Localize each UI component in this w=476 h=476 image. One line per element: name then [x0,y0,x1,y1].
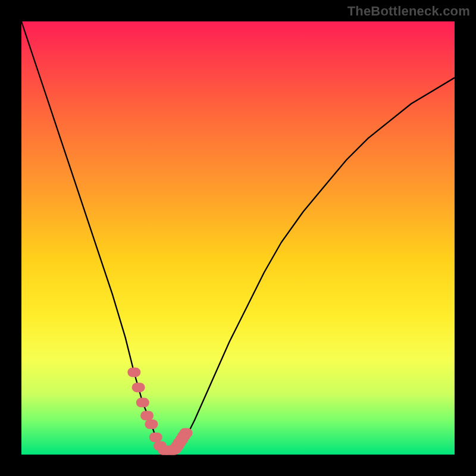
marker-point [132,383,145,392]
marker-point [140,411,154,421]
marker-point [145,419,158,429]
bottleneck-curve [21,21,455,450]
chart-plot-area [21,21,455,455]
attribution-text: TheBottleneck.com [347,4,470,19]
chart-svg [21,21,455,455]
marker-point [149,433,162,442]
chart-frame: TheBottleneck.com [0,0,476,476]
marker-point [180,428,193,438]
marker-point [136,398,149,408]
marker-point [127,368,140,377]
marker-group [127,368,192,455]
